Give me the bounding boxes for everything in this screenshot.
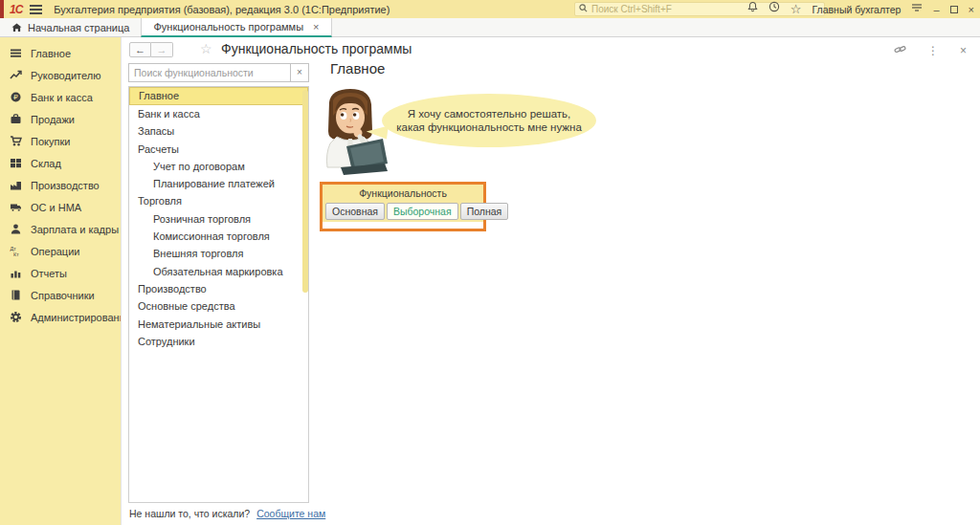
maximize-button[interactable] [950, 4, 958, 15]
forward-button[interactable]: → [151, 42, 173, 57]
sidebar-item-glavnoe[interactable]: Главное [0, 42, 121, 64]
get-link-icon[interactable] [894, 44, 906, 57]
sidebar-item-prodazhi[interactable]: Продажи [0, 108, 121, 130]
close-form-icon[interactable]: × [960, 45, 967, 56]
functionality-selector-box: Функциональность Основная Выборочная Пол… [320, 182, 486, 231]
sidebar-item-bank-i-kassa[interactable]: ₽ Банк и касса [0, 86, 121, 108]
func-nav-item-planirovanie[interactable]: Планирование платежей [129, 175, 308, 192]
sidebar-label: Администрирование [31, 312, 131, 323]
func-nav-item-nematerialnye-aktivy[interactable]: Нематериальные активы [129, 316, 308, 333]
tab-bar: Начальная страница Функциональность прог… [0, 18, 980, 37]
sidebar-label: Склад [31, 158, 61, 169]
bubble-tail [366, 123, 389, 140]
pallet-icon [10, 157, 22, 169]
func-nav-item-vneshnyaya[interactable]: Внешняя торговля [129, 245, 308, 262]
clear-search-icon[interactable]: × [290, 64, 308, 81]
coin-icon: ₽ [10, 91, 22, 103]
func-nav-item-torgovlya[interactable]: Торговля [129, 192, 308, 209]
bubble-text-line2: какая функциональность мне нужна [382, 120, 596, 134]
func-nav-item-uchet-po-dogovoram[interactable]: Учет по договорам [129, 158, 308, 175]
sidebar-item-operacii[interactable]: ДтКт Операции [0, 240, 121, 262]
factory-icon [10, 179, 22, 191]
sidebar-label: Руководителю [31, 70, 100, 81]
svg-text:Кт: Кт [13, 252, 19, 257]
func-nav-item-sotrudniki[interactable]: Сотрудники [129, 333, 308, 350]
current-user[interactable]: Главный бухгалтер [812, 4, 901, 15]
sidebar-label: Главное [31, 48, 71, 59]
app-title: Бухгалтерия предприятия (базовая), редак… [54, 4, 390, 15]
barchart-icon [10, 267, 22, 279]
truck-icon [10, 201, 22, 213]
sidebar-label: Банк и касса [31, 92, 93, 103]
func-nav-item-raschety[interactable]: Расчеты [129, 141, 308, 158]
option-polnaya-button[interactable]: Полная [460, 203, 509, 220]
notifications-bell-icon[interactable] [747, 0, 758, 18]
option-vyborochnaya-button[interactable]: Выборочная [387, 203, 458, 220]
app-window: 1С Бухгалтерия предприятия (базовая), ре… [0, 0, 980, 525]
bubble-text-line1: Я хочу самостоятельно решать, [382, 107, 596, 120]
gear-icon [10, 311, 22, 323]
func-nav-item-roznichnaya[interactable]: Розничная торговля [129, 210, 308, 228]
dtkt-icon: ДтКт [10, 245, 22, 257]
history-icon[interactable] [768, 0, 780, 18]
sidebar-item-rukovoditelyu[interactable]: Руководителю [0, 64, 121, 86]
tab-functionality[interactable]: Функциональность программы × [141, 18, 331, 37]
sidebar-item-proizvodstvo[interactable]: Производство [0, 174, 121, 196]
option-osnovnaya-button[interactable]: Основная [325, 203, 385, 220]
view-settings-icon[interactable] [911, 0, 923, 18]
back-button[interactable]: ← [129, 42, 151, 57]
home-icon [11, 23, 22, 33]
tab-functionality-label: Функциональность программы [153, 21, 303, 33]
close-window-button[interactable]: × [969, 4, 974, 15]
sidebar-item-otchety[interactable]: Отчеты [0, 262, 121, 284]
cart-icon [10, 135, 22, 147]
tab-home[interactable]: Начальная страница [0, 18, 141, 36]
sidebar-item-pokupki[interactable]: Покупки [0, 130, 121, 152]
sidebar-item-os-i-nma[interactable]: ОС и НМА [0, 196, 121, 218]
feedback-text: Не нашли то, что искали? [129, 508, 250, 519]
assistant-speech-bubble: Я хочу самостоятельно решать, какая функ… [382, 94, 596, 147]
1c-logo: 1С [10, 3, 22, 16]
sidebar-label: Покупки [31, 136, 70, 147]
sidebar-label: Зарплата и кадры [31, 224, 119, 235]
sidebar-label: Продажи [31, 114, 75, 125]
brand-strip [0, 0, 4, 18]
svg-text:₽: ₽ [13, 93, 18, 101]
feedback-row: Не нашли то, что искали? Сообщите нам [129, 508, 325, 519]
page-title: Функциональность программы [221, 41, 412, 56]
favorites-star-icon[interactable]: ☆ [791, 0, 802, 18]
sidebar-label: Операции [31, 246, 79, 257]
sidebar-item-sklad[interactable]: Склад [0, 152, 121, 174]
tab-close-icon[interactable]: × [313, 21, 319, 33]
func-nav-item-glavnoe[interactable]: Главное [129, 87, 308, 105]
func-nav-item-komissionnaya[interactable]: Комиссионная торговля [129, 228, 308, 245]
sidebar-label: Производство [31, 180, 100, 191]
sidebar-item-administrirovanie[interactable]: Администрирование [0, 306, 121, 328]
person-icon [10, 223, 22, 235]
main-menu-icon[interactable] [30, 3, 42, 16]
list-scrollbar-thumb[interactable] [302, 90, 308, 293]
search-icon [579, 4, 588, 14]
func-nav-item-markirovka[interactable]: Обязательная маркировка [129, 263, 308, 280]
briefcase-icon [10, 113, 22, 125]
svg-text:Дт: Дт [11, 246, 17, 252]
func-nav-item-zapasy[interactable]: Запасы [129, 122, 308, 140]
func-nav-item-osnovnye-sredstva[interactable]: Основные средства [129, 297, 308, 315]
menu-icon [10, 47, 22, 59]
feedback-link[interactable]: Сообщите нам [256, 508, 325, 519]
favorite-star-icon[interactable]: ☆ [200, 41, 212, 56]
more-actions-icon[interactable]: ⋮ [927, 45, 939, 56]
sidebar-label: Отчеты [31, 268, 67, 279]
minimize-button[interactable]: – [933, 4, 939, 15]
func-nav-item-bank[interactable]: Банк и касса [129, 105, 308, 122]
functionality-search-input[interactable] [129, 64, 290, 81]
section-sidebar: Главное Руководителю ₽ Банк и касса Прод… [0, 37, 121, 525]
func-nav-item-proizvodstvo[interactable]: Производство [129, 280, 308, 297]
sidebar-label: Справочники [31, 290, 95, 301]
sidebar-item-zarplata-i-kadry[interactable]: Зарплата и кадры [0, 218, 121, 240]
functionality-box-title: Функциональность [323, 185, 483, 203]
tab-home-label: Начальная страница [28, 22, 129, 33]
title-bar: 1С Бухгалтерия предприятия (базовая), ре… [0, 0, 980, 18]
sidebar-item-spravochniki[interactable]: Справочники [0, 284, 121, 306]
functionality-search[interactable]: × [128, 63, 309, 82]
